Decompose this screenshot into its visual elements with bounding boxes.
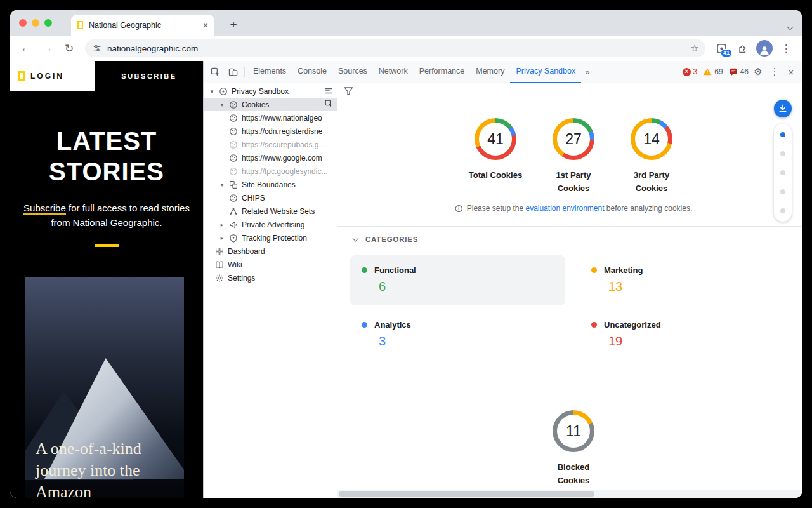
download-report-button[interactable] <box>774 100 792 117</box>
tab-elements[interactable]: Elements <box>247 61 292 83</box>
device-toolbar-icon[interactable] <box>224 63 242 81</box>
more-tabs-icon[interactable]: » <box>581 67 593 77</box>
category-color-dot <box>362 267 367 273</box>
error-count-badge[interactable]: × 3 <box>683 67 698 76</box>
inspect-element-icon[interactable] <box>206 63 224 81</box>
tab-search-icon[interactable] <box>788 20 794 27</box>
devtools-settings-icon[interactable]: ⚙ <box>750 64 766 80</box>
story-title[interactable]: A one-of-a-kind journey into the Amazon <box>36 438 180 498</box>
reload-button[interactable]: ↻ <box>60 39 79 58</box>
browser-tab[interactable]: National Geographic × <box>71 15 214 36</box>
window-controls <box>19 19 52 27</box>
section-divider <box>337 226 802 227</box>
scrollbar-thumb[interactable] <box>339 491 594 497</box>
page-headline: LATEST STORIES <box>34 126 180 187</box>
tab-strip: National Geographic × + <box>10 10 802 36</box>
first-party-cookies-value: 27 <box>565 131 582 148</box>
tab-performance[interactable]: Performance <box>414 61 471 83</box>
tree-item-chips[interactable]: CHIPS <box>204 191 337 204</box>
cookie-icon <box>229 194 238 203</box>
nav-dot[interactable] <box>780 151 785 156</box>
nav-dot[interactable] <box>780 189 785 194</box>
url-text: nationalgeographic.com <box>107 44 681 53</box>
expander-icon[interactable]: ▸ <box>219 235 225 241</box>
total-cookies-label: Total Cookies <box>465 168 526 182</box>
subscribe-link[interactable]: Subscribe <box>23 203 66 215</box>
privacy-sandbox-extension-icon[interactable]: 41 <box>712 39 731 58</box>
nav-dot[interactable] <box>780 208 785 213</box>
extensions-puzzle-icon[interactable] <box>733 39 752 58</box>
devtools-menu-icon[interactable]: ⋮ <box>766 64 783 80</box>
nav-dot-active[interactable] <box>780 132 785 137</box>
tab-close-icon[interactable]: × <box>203 21 208 30</box>
horizontal-scrollbar[interactable] <box>337 490 802 498</box>
profile-avatar[interactable] <box>756 40 773 57</box>
tree-item-private-advertising[interactable]: ▸ Private Advertising <box>204 218 337 231</box>
back-button[interactable]: ← <box>16 39 36 58</box>
url-bar[interactable]: nationalgeographic.com ☆ <box>85 39 705 57</box>
cookie-icon <box>229 167 238 176</box>
section-divider <box>337 394 802 394</box>
chevron-down-icon <box>353 236 359 242</box>
bookmark-star-icon[interactable]: ☆ <box>686 40 703 57</box>
collapse-sidebar-icon[interactable] <box>324 86 333 97</box>
expander-icon[interactable]: ▸ <box>219 222 225 228</box>
login-link[interactable]: LOGIN <box>30 72 64 81</box>
category-marketing[interactable]: Marketing 13 <box>579 255 794 309</box>
tab-privacy-sandbox[interactable]: Privacy Sandbox <box>510 61 581 83</box>
tree-item-cookie-url[interactable]: https://cdn.registerdisne <box>204 124 337 138</box>
third-party-cookies-label: 3rd Party Cookies <box>621 168 682 195</box>
expander-icon[interactable]: ▾ <box>209 88 215 95</box>
inspect-icon[interactable] <box>325 100 333 110</box>
privacy-sandbox-tree: ▾ Privacy Sandbox ▾ <box>204 83 337 498</box>
tree-item-cookie-url[interactable]: https://www.google.com <box>204 151 337 164</box>
minimize-window-button[interactable] <box>32 19 39 27</box>
private-advertising-icon <box>229 220 238 229</box>
tree-item-related-website-sets[interactable]: Related Website Sets <box>204 204 337 218</box>
warning-icon <box>703 67 712 76</box>
expander-icon[interactable]: ▾ <box>219 182 225 188</box>
blocked-cookies-section: 11 Blocked Cookies <box>553 410 594 487</box>
expander-icon[interactable]: ▾ <box>219 102 225 108</box>
tree-item-tracking-protection[interactable]: ▸ Tracking Protection <box>204 231 337 244</box>
evaluation-environment-link[interactable]: evaluation environment <box>525 204 604 213</box>
natgeo-logo[interactable] <box>18 71 25 81</box>
blocked-cookies-donut: 11 Blocked Cookies <box>553 410 594 487</box>
tree-item-cookie-url[interactable]: https://www.nationalgeo <box>204 111 337 124</box>
category-functional[interactable]: Functional 6 <box>350 255 579 309</box>
tab-network[interactable]: Network <box>373 61 414 83</box>
tree-item-cookie-url[interactable]: https://securepubads.g... <box>204 138 337 151</box>
tab-console[interactable]: Console <box>292 61 332 83</box>
tune-icon[interactable] <box>93 44 102 53</box>
tree-item-cookie-url[interactable]: https://tpc.googlesyndic... <box>204 164 337 178</box>
category-uncategorized[interactable]: Uncategorized 19 <box>579 309 794 364</box>
webpage: LOGIN SUBSCRIBE LATEST STORIES Subscribe… <box>10 61 203 498</box>
browser-menu-icon[interactable]: ⋮ <box>776 39 796 58</box>
close-window-button[interactable] <box>19 19 27 27</box>
third-party-cookies-value: 14 <box>643 131 660 148</box>
issues-count-badge[interactable]: 46 <box>729 67 749 76</box>
tab-sources[interactable]: Sources <box>332 61 373 83</box>
tree-item-dashboard[interactable]: Dashboard <box>204 244 337 258</box>
browser-toolbar: ← → ↻ nationalgeographic.com ☆ 41 <box>10 36 802 61</box>
filter-icon[interactable] <box>344 86 353 96</box>
tree-item-privacy-sandbox[interactable]: ▾ Privacy Sandbox <box>204 84 337 98</box>
site-boundaries-icon <box>229 180 238 189</box>
warning-count-badge[interactable]: 69 <box>703 67 723 76</box>
cookie-icon <box>229 100 238 109</box>
tree-item-cookies[interactable]: ▾ Cookies <box>204 98 337 111</box>
categories-header[interactable]: CATEGORIES <box>353 236 418 243</box>
tab-memory[interactable]: Memory <box>470 61 510 83</box>
tree-item-settings[interactable]: Settings <box>204 271 337 284</box>
devtools-close-icon[interactable]: × <box>783 64 799 80</box>
nav-dot[interactable] <box>780 170 785 175</box>
category-analytics[interactable]: Analytics 3 <box>350 309 579 364</box>
zoom-window-button[interactable] <box>44 19 52 27</box>
tree-item-wiki[interactable]: Wiki <box>204 258 337 271</box>
subscribe-button[interactable]: SUBSCRIBE <box>95 61 203 91</box>
forward-button[interactable]: → <box>38 39 57 58</box>
download-icon <box>778 104 788 114</box>
info-icon <box>455 204 463 213</box>
tree-item-site-boundaries[interactable]: ▾ Site Boundaries <box>204 178 337 191</box>
new-tab-button[interactable]: + <box>225 16 242 34</box>
